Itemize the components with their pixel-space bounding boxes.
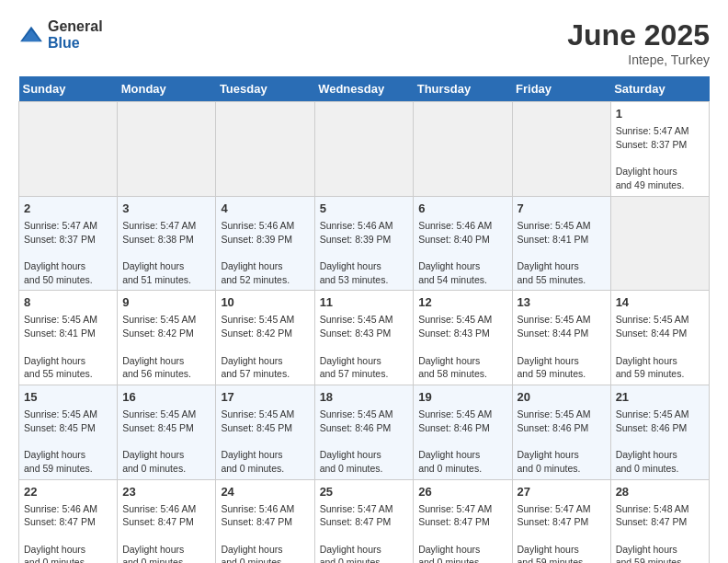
title-block: June 2025 Intepe, Turkey <box>567 18 710 67</box>
sunset: Sunset: 8:47 PM <box>24 516 96 527</box>
daylight-minutes: and 53 minutes. <box>320 274 389 285</box>
day-number: 3 <box>122 201 210 217</box>
daylight-hours: Daylight hours <box>320 544 381 555</box>
daylight-minutes: and 57 minutes. <box>221 368 290 379</box>
calendar-cell: 1Sunrise: 5:47 AMSunset: 8:37 PMDaylight… <box>610 102 709 197</box>
daylight-minutes: and 59 minutes. <box>518 557 586 563</box>
calendar-cell: 4Sunrise: 5:46 AMSunset: 8:39 PMDaylight… <box>216 196 314 291</box>
sunrise: Sunrise: 5:48 AM <box>616 503 689 514</box>
daylight-minutes: and 0 minutes. <box>518 463 581 474</box>
sunset: Sunset: 8:43 PM <box>418 327 490 339</box>
daylight-hours: Daylight hours <box>122 260 184 271</box>
sunrise: Sunrise: 5:45 AM <box>616 314 689 325</box>
sunset: Sunset: 8:39 PM <box>221 234 292 245</box>
day-number: 18 <box>320 389 409 406</box>
sunrise: Sunrise: 5:47 AM <box>616 125 689 136</box>
sunrise: Sunrise: 5:47 AM <box>518 503 591 514</box>
calendar-cell <box>118 102 216 197</box>
sunrise: Sunrise: 5:46 AM <box>122 503 196 514</box>
day-number: 16 <box>122 389 210 406</box>
sunrise: Sunrise: 5:46 AM <box>418 220 492 231</box>
day-number: 24 <box>221 484 309 500</box>
daylight-minutes: and 0 minutes. <box>418 463 482 474</box>
daylight-hours: Daylight hours <box>320 260 381 271</box>
sunrise: Sunrise: 5:47 AM <box>320 503 393 514</box>
sunset: Sunset: 8:47 PM <box>122 516 194 527</box>
daylight-minutes: and 55 minutes. <box>24 368 93 379</box>
sunrise: Sunrise: 5:45 AM <box>518 220 591 231</box>
calendar-cell: 14Sunrise: 5:45 AMSunset: 8:44 PMDayligh… <box>610 291 709 385</box>
calendar-cell <box>314 102 414 197</box>
daylight-hours: Daylight hours <box>24 449 85 460</box>
sunrise: Sunrise: 5:47 AM <box>122 220 196 231</box>
daylight-minutes: and 0 minutes. <box>221 463 284 474</box>
sunset: Sunset: 8:47 PM <box>221 516 292 527</box>
sunset: Sunset: 8:45 PM <box>24 422 96 433</box>
sunrise: Sunrise: 5:46 AM <box>221 220 294 231</box>
sunset: Sunset: 8:44 PM <box>518 327 589 339</box>
daylight-hours: Daylight hours <box>221 449 282 460</box>
daylight-minutes: and 0 minutes. <box>24 557 87 563</box>
sunset: Sunset: 8:46 PM <box>518 422 589 433</box>
sunset: Sunset: 8:46 PM <box>616 422 688 433</box>
calendar-cell: 26Sunrise: 5:47 AMSunset: 8:47 PMDayligh… <box>414 479 512 563</box>
sunrise: Sunrise: 5:47 AM <box>418 503 492 514</box>
sunrise: Sunrise: 5:46 AM <box>221 503 294 514</box>
day-number: 7 <box>518 201 606 217</box>
daylight-minutes: and 51 minutes. <box>122 274 191 285</box>
daylight-hours: Daylight hours <box>616 544 677 555</box>
daylight-minutes: and 59 minutes. <box>616 557 685 563</box>
sunrise: Sunrise: 5:45 AM <box>24 314 97 325</box>
day-header-tuesday: Tuesday <box>216 76 314 102</box>
sunrise: Sunrise: 5:47 AM <box>24 220 97 231</box>
daylight-hours: Daylight hours <box>221 355 282 366</box>
daylight-hours: Daylight hours <box>418 260 480 271</box>
calendar-cell: 7Sunrise: 5:45 AMSunset: 8:41 PMDaylight… <box>512 196 610 291</box>
day-number: 19 <box>418 389 506 406</box>
calendar-cell <box>610 196 709 291</box>
calendar-cell: 2Sunrise: 5:47 AMSunset: 8:37 PMDaylight… <box>19 196 118 291</box>
daylight-hours: Daylight hours <box>24 260 85 271</box>
sunrise: Sunrise: 5:46 AM <box>320 220 393 231</box>
sunset: Sunset: 8:44 PM <box>616 327 688 339</box>
logo-icon <box>18 25 44 45</box>
sunset: Sunset: 8:47 PM <box>518 516 589 527</box>
day-header-monday: Monday <box>118 76 216 102</box>
day-number: 14 <box>616 294 704 311</box>
daylight-minutes: and 0 minutes. <box>221 557 284 563</box>
sunset: Sunset: 8:38 PM <box>122 234 194 245</box>
daylight-hours: Daylight hours <box>418 544 480 555</box>
logo: General Blue <box>18 18 103 52</box>
daylight-hours: Daylight hours <box>24 355 85 366</box>
day-header-wednesday: Wednesday <box>314 76 414 102</box>
daylight-hours: Daylight hours <box>518 544 579 555</box>
day-number: 21 <box>616 389 704 406</box>
calendar-cell: 3Sunrise: 5:47 AMSunset: 8:38 PMDaylight… <box>118 196 216 291</box>
calendar-cell: 5Sunrise: 5:46 AMSunset: 8:39 PMDaylight… <box>314 196 414 291</box>
sunrise: Sunrise: 5:45 AM <box>122 408 196 419</box>
day-number: 2 <box>24 201 112 217</box>
sunrise: Sunrise: 5:45 AM <box>320 408 393 419</box>
daylight-hours: Daylight hours <box>24 544 85 555</box>
day-number: 11 <box>320 294 409 311</box>
daylight-minutes: and 59 minutes. <box>518 368 586 379</box>
calendar-week-4: 15Sunrise: 5:45 AMSunset: 8:45 PMDayligh… <box>19 385 710 479</box>
day-header-saturday: Saturday <box>610 76 709 102</box>
calendar-cell: 12Sunrise: 5:45 AMSunset: 8:43 PMDayligh… <box>414 291 512 385</box>
day-number: 12 <box>418 294 506 311</box>
sunset: Sunset: 8:47 PM <box>616 516 688 527</box>
sunset: Sunset: 8:45 PM <box>122 422 194 433</box>
day-number: 10 <box>221 294 309 311</box>
sunrise: Sunrise: 5:45 AM <box>221 408 294 419</box>
daylight-hours: Daylight hours <box>122 355 184 366</box>
sunset: Sunset: 8:37 PM <box>24 234 96 245</box>
calendar-cell: 18Sunrise: 5:45 AMSunset: 8:46 PMDayligh… <box>314 385 414 479</box>
calendar-week-2: 2Sunrise: 5:47 AMSunset: 8:37 PMDaylight… <box>19 196 710 291</box>
day-number: 8 <box>24 294 112 311</box>
daylight-hours: Daylight hours <box>418 355 480 366</box>
sunset: Sunset: 8:45 PM <box>221 422 292 433</box>
calendar-cell <box>19 102 118 197</box>
day-number: 27 <box>518 484 606 500</box>
sunset: Sunset: 8:42 PM <box>221 327 292 339</box>
sunset: Sunset: 8:41 PM <box>24 327 96 339</box>
